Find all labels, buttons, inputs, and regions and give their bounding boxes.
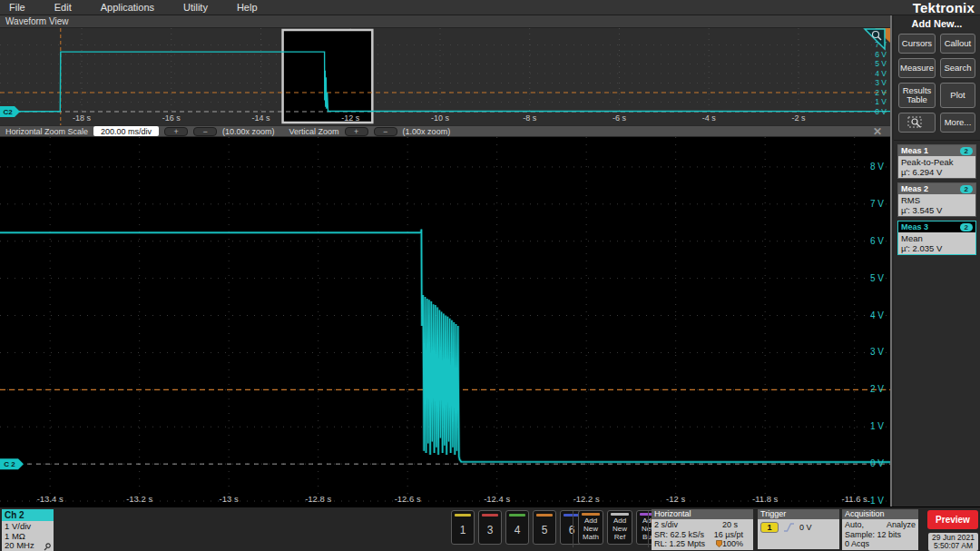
tektronix-logo: Tektronix [913, 0, 975, 15]
h-zoom-scale-input[interactable] [93, 126, 159, 136]
h-zoom-minus-button[interactable]: − [193, 127, 217, 136]
menu-item-utility[interactable]: Utility [169, 2, 222, 13]
h-position: 100% [722, 539, 743, 548]
svg-text:-6 s: -6 s [612, 113, 627, 123]
meas-source-badge: 2 [960, 223, 973, 231]
menu-item-file[interactable]: File [0, 2, 40, 13]
measure-button[interactable]: Measure [898, 58, 936, 78]
acq-sample: Sample: 12 bits [845, 530, 916, 540]
v-zoom-minus-button[interactable]: − [374, 127, 397, 136]
svg-text:4 V: 4 V [875, 69, 887, 78]
svg-text:-14 s: -14 s [251, 113, 270, 123]
meas-badge-meas-1[interactable]: Meas 12Peak-to-Peakµ': 6.294 V [897, 144, 976, 179]
h-scale: 2 s/div [654, 520, 678, 530]
svg-text:-2 s: -2 s [791, 113, 806, 123]
meas-value: µ': 3.545 V [901, 205, 973, 215]
cursors-button[interactable]: Cursors [898, 34, 936, 54]
oscilloscope-app: FileEditApplicationsUtilityHelp Tektroni… [0, 0, 980, 551]
svg-text:3 V: 3 V [875, 78, 887, 87]
meas-title: Meas 3 [901, 222, 928, 231]
channel-2-position-tag[interactable]: C2 [0, 106, 20, 117]
svg-text:-1 V: -1 V [867, 496, 885, 506]
svg-text:3 V: 3 V [870, 347, 884, 357]
meas-badge-meas-3[interactable]: Meas 32Meanµ': 2.035 V [897, 221, 976, 255]
acquisition-panel[interactable]: Acquisition Auto,Analyze Sample: 12 bits… [842, 509, 918, 550]
zoomed-waveform-plot[interactable]: -13.4 s-13.2 s-13 s-12.8 s-12.6 s-12.4 s… [0, 137, 890, 507]
zoom-select-icon[interactable] [898, 113, 936, 133]
plot-button[interactable]: Plot [940, 83, 975, 108]
channel-2-settings: 1 V/div1 MΩ20 MHz [2, 521, 54, 551]
waveform-view-tab[interactable]: Waveform View [0, 15, 890, 28]
svg-text:-12.2 s: -12.2 s [573, 494, 600, 504]
channel-buttons: 13456 [451, 510, 583, 545]
channel-2-badge[interactable]: Ch 2 1 V/div1 MΩ20 MHz [2, 509, 54, 551]
channel-5-button[interactable]: 5 [533, 510, 556, 545]
preview-button[interactable]: Preview [927, 510, 978, 529]
callout-button[interactable]: Callout [940, 34, 975, 54]
channel-3-button[interactable]: 3 [478, 510, 502, 545]
more-button[interactable]: More... [940, 113, 975, 133]
add-new-heading: Add New... [894, 18, 980, 29]
channel-4-button[interactable]: 4 [505, 510, 529, 545]
svg-text:-13.2 s: -13.2 s [126, 494, 152, 504]
channel-1-button[interactable]: 1 [451, 510, 475, 545]
svg-text:-12.4 s: -12.4 s [484, 494, 510, 504]
channel-2-position-tag[interactable]: C 2 [0, 458, 24, 469]
svg-text:6 V: 6 V [870, 236, 884, 246]
h-zoom-plus-button[interactable]: + [164, 127, 188, 136]
main-plot: -13.4 s-13.2 s-13 s-12.8 s-12.6 s-12.4 s… [0, 137, 890, 507]
search-button[interactable]: Search [940, 58, 975, 78]
svg-text:-13.4 s: -13.4 s [37, 494, 64, 504]
svg-text:-18 s: -18 s [73, 113, 92, 123]
menu-item-help[interactable]: Help [222, 2, 272, 13]
h-resolution: 16 µs/pt [714, 530, 743, 540]
channel-2-name: Ch 2 [2, 509, 54, 521]
svg-text:2 V: 2 V [875, 88, 887, 97]
menu-bar: FileEditApplicationsUtilityHelp Tektroni… [0, 0, 980, 15]
svg-text:-16 s: -16 s [162, 113, 181, 123]
h-window: 20 s [722, 520, 738, 530]
acquisition-title: Acquisition [842, 509, 918, 519]
svg-text:-12.6 s: -12.6 s [395, 494, 421, 504]
meas-badge-meas-2[interactable]: Meas 22RMSµ': 3.545 V [897, 182, 976, 217]
acq-count: 0 Acqs [845, 539, 916, 549]
meas-type: Mean [901, 233, 973, 243]
svg-text:5 V: 5 V [875, 59, 887, 68]
channel-2-trace [0, 230, 890, 463]
svg-text:1 V: 1 V [870, 421, 884, 431]
svg-text:2 V: 2 V [870, 384, 884, 394]
divider [573, 511, 573, 547]
menu-item-edit[interactable]: Edit [40, 2, 86, 13]
svg-text:8 V: 8 V [870, 162, 884, 172]
trigger-panel[interactable]: Trigger 1 0 V [758, 509, 839, 549]
add-new-ref-button[interactable]: AddNewRef [607, 510, 632, 545]
meas-type: RMS [901, 195, 973, 205]
waveform-view-area: Waveform View -18 s-16 s-14 s-12 s-10 s-… [0, 15, 892, 507]
results-table-button[interactable]: Results Table [898, 83, 936, 108]
horizontal-panel[interactable]: Horizontal 2 s/div20 s SR: 62.5 kS/s16 µ… [652, 509, 753, 550]
svg-text:-10 s: -10 s [431, 113, 450, 123]
overview-plot: -18 s-16 s-14 s-12 s-10 s-8 s-6 s-4 s-2 … [0, 28, 890, 125]
svg-text:-12 s: -12 s [341, 113, 360, 123]
svg-text:C 2: C 2 [4, 460, 15, 468]
v-zoom-plus-button[interactable]: + [345, 127, 368, 136]
v-zoom-label: Vertical Zoom [289, 127, 339, 136]
trigger-level: 0 V [799, 523, 812, 533]
acq-mode: Auto, [845, 520, 864, 530]
svg-text:-11.6 s: -11.6 s [841, 494, 867, 504]
h-zoom-factor-label: (10.00x zoom) [222, 127, 275, 136]
channel-setting: 1 V/div [5, 522, 51, 532]
divider [648, 511, 649, 547]
zoom-scale-bar: Horizontal Zoom Scale + − (10.00x zoom) … [0, 125, 890, 137]
meas-type: Peak-to-Peak [901, 157, 973, 167]
menu-item-applications[interactable]: Applications [86, 2, 169, 13]
add-new-math-button[interactable]: AddNewMath [578, 510, 603, 545]
rising-edge-icon [783, 523, 795, 532]
zoom-close-icon[interactable]: ✕ [870, 125, 885, 138]
svg-text:-12.8 s: -12.8 s [305, 494, 331, 504]
waveform-overview[interactable]: -18 s-16 s-14 s-12 s-10 s-8 s-6 s-4 s-2 … [0, 28, 890, 125]
meas-title: Meas 2 [901, 184, 928, 193]
h-record-length: RL: 1.25 Mpts [654, 539, 705, 549]
meas-source-badge: 2 [960, 147, 973, 155]
svg-text:0 V: 0 V [870, 458, 884, 468]
